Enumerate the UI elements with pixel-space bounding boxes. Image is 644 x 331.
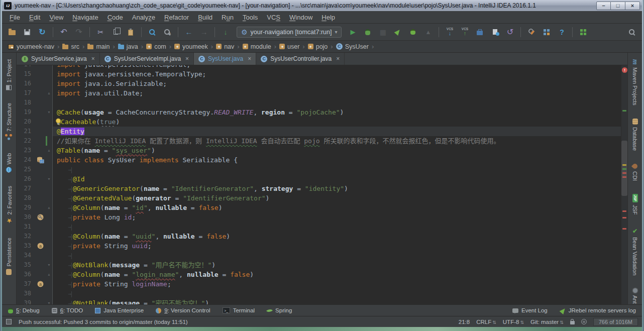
menu-analyze[interactable]: Analyze (128, 14, 160, 21)
menu-view[interactable]: View (45, 14, 68, 21)
debug-button[interactable] (362, 26, 374, 38)
tab-close-icon[interactable]: × (336, 55, 340, 62)
stripe-mark[interactable] (622, 164, 626, 166)
vcs-update-button[interactable]: VCS↓ (444, 26, 456, 38)
fold-marker[interactable]: ▵ (48, 270, 50, 279)
toolwindow-button-jsf[interactable]: JSFJSF (632, 194, 638, 214)
open-button[interactable] (6, 26, 18, 38)
jrebel-profile-button[interactable]: ▲ (422, 26, 434, 38)
crumb-src[interactable]: src (61, 43, 80, 50)
stripe-mark[interactable] (622, 210, 626, 212)
code-text[interactable]: →@Column(name = "login_name", nullable =… (53, 270, 621, 279)
crumb-module[interactable]: module (242, 43, 272, 50)
settings-button[interactable] (525, 26, 538, 38)
menu-code[interactable]: Code (103, 14, 128, 21)
fold-marker[interactable]: ▵ (48, 88, 50, 98)
toolwindow-button-spring[interactable]: Spring (267, 307, 292, 313)
help-button[interactable]: ? (556, 26, 568, 38)
close-button[interactable]: × (625, 2, 640, 10)
menu-navigate[interactable]: Navigate (68, 14, 102, 21)
stripe-mark[interactable] (622, 172, 626, 174)
code-text[interactable]: public class SysUser implements Serializ… (53, 155, 621, 165)
fold-marker[interactable]: ▿ (48, 174, 50, 184)
back-button[interactable]: ← (183, 26, 195, 38)
stripe-mark[interactable] (622, 110, 626, 112)
code-text[interactable]: →@NotBlank(message = "密码不能为空！") (53, 298, 621, 304)
fold-marker[interactable]: ▿ (48, 107, 50, 117)
code-text[interactable]: →@NotBlank(message = "用户名不能为空！") (53, 260, 621, 270)
code-text[interactable] (53, 98, 621, 107)
toolwindow-button-7-structure[interactable]: 7: Structure (6, 103, 12, 140)
crumb-user[interactable]: user (278, 43, 300, 50)
code-text[interactable]: //如果你在 IntelliJ IDEA 配置了数据源，则 IntelliJ I… (53, 136, 621, 146)
code-text[interactable]: import javax.persistence.Temporal; (53, 65, 621, 69)
tab-close-icon[interactable]: × (91, 55, 95, 62)
encoding-widget[interactable]: UTF-8 (503, 319, 524, 325)
crumb-youmeek[interactable]: youmeek (173, 43, 209, 50)
code-text[interactable]: import javax.persistence.TemporalType; (53, 69, 621, 79)
menu-refactor[interactable]: Refactor (160, 14, 193, 21)
code-lines[interactable]: 14import javax.persistence.Temporal;15im… (17, 65, 621, 304)
crumb-nav[interactable]: nav (215, 43, 235, 50)
toolwindow-button-database[interactable]: Database (632, 119, 638, 151)
toolwindow-button-persistence[interactable]: Persistence (6, 238, 12, 275)
plugin-button[interactable] (577, 26, 589, 38)
key-attr-icon[interactable] (37, 214, 44, 220)
maximize-button[interactable]: □ (611, 2, 625, 10)
run-button[interactable]: ▶ (347, 26, 359, 38)
code-text[interactable]: @Entity (53, 127, 621, 136)
copy-button[interactable] (110, 26, 122, 38)
tab-SysUserController.java[interactable]: CSysUserController.java× (256, 53, 345, 65)
find-button[interactable] (146, 26, 158, 38)
crumb-java[interactable]: java (117, 43, 139, 50)
rollback-button[interactable]: ↺ (504, 26, 516, 38)
stripe-mark[interactable] (622, 168, 626, 170)
code-text[interactable]: →@Id (53, 174, 621, 184)
toolwindow-button-maven-projects[interactable]: mMaven Projects (631, 59, 638, 105)
code-text[interactable]: @Table(name = "sys_user") (53, 146, 621, 155)
toolwindow-button-bean-validation[interactable]: ✔Bean Validation (632, 228, 638, 275)
paste-button[interactable] (125, 26, 137, 38)
stripe-mark[interactable] (622, 176, 626, 178)
title-bar[interactable]: IJ youmeek-nav - [C:\Users\zhangchaohuan… (2, 0, 642, 11)
find-usages-button[interactable]: A (161, 26, 173, 38)
line-separator-widget[interactable]: CRLF (476, 319, 496, 325)
toolwindow-button-event-log[interactable]: Event Log (512, 307, 548, 313)
table-icon[interactable] (37, 157, 44, 163)
toolwindow-button-6-todo[interactable]: 6: TODO (52, 307, 83, 313)
stripe-mark[interactable] (622, 217, 626, 218)
run-config-combo[interactable]: ⚙your-navigation [tomcat7:run]▾ (237, 27, 342, 38)
cut-button[interactable]: ✂ (94, 26, 106, 38)
hector-icon[interactable] (581, 319, 587, 324)
menu-build[interactable]: Build (193, 14, 217, 21)
intention-bulb-icon[interactable] (55, 118, 61, 128)
menu-window[interactable]: Window (285, 14, 317, 21)
caret-position[interactable]: 21:8 (459, 319, 470, 325)
toolwindow-button-9-version-control[interactable]: 9: Version Control (156, 307, 210, 313)
undo-button[interactable]: ↶ (58, 26, 70, 38)
tab-close-icon[interactable]: × (185, 55, 189, 62)
code-text[interactable]: →private String uuid; (53, 241, 621, 251)
toolwindow-toggle-icon[interactable] (6, 319, 12, 324)
code-text[interactable]: →private String loginName; (53, 279, 621, 289)
toolwindow-button-java-enterprise[interactable]: Java Enterprise (95, 307, 144, 313)
code-text[interactable]: →@GenericGenerator(name = "IdentifierGen… (53, 184, 621, 193)
jrebel-run-button[interactable] (392, 26, 404, 38)
code-text[interactable]: → (53, 289, 621, 298)
redo-button[interactable]: ↷ (73, 26, 85, 38)
jrebel-debug-button[interactable] (407, 26, 419, 38)
lock-icon[interactable] (570, 321, 575, 324)
code-text[interactable]: →private Long id; (53, 212, 621, 222)
code-text[interactable]: @Cache(usage = CacheConcurrencyStrategy.… (53, 107, 621, 117)
code-text[interactable]: →@Column(name = "uuid", nullable = false… (53, 232, 621, 241)
attr-icon[interactable]: a (37, 281, 44, 287)
tab-SysUserService.java[interactable]: ISysUserService.java× (17, 53, 100, 65)
menu-edit[interactable]: Edit (25, 14, 45, 21)
menu-run[interactable]: Run (217, 14, 238, 21)
crumb-youmeek-nav[interactable]: youmeek-nav (7, 43, 55, 50)
code-text[interactable]: → (53, 165, 621, 174)
toolwindow-button-5-debug[interactable]: 5: Debug (8, 307, 40, 313)
git-branch-widget[interactable]: Git: master (530, 319, 564, 325)
crumb-pojo[interactable]: pojo (307, 43, 329, 50)
fold-marker[interactable]: ▵ (48, 203, 50, 212)
